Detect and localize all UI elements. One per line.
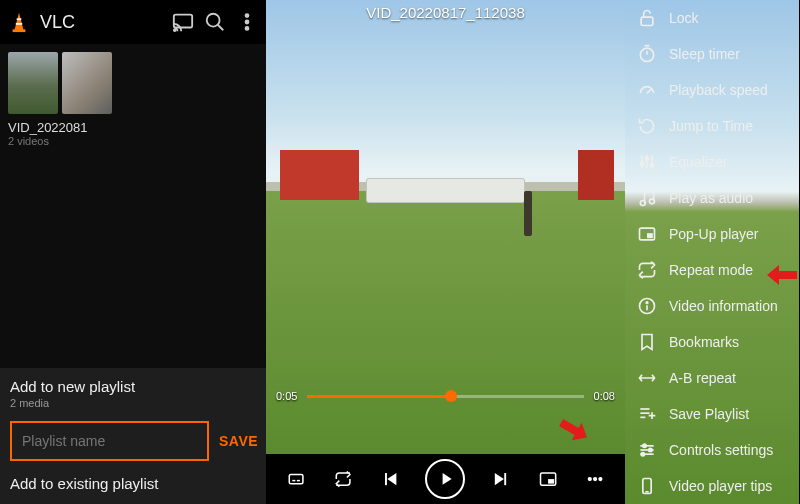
svg-point-10	[246, 27, 249, 30]
menu-item-playback-speed[interactable]: Playback speed	[625, 72, 799, 108]
video-frame-placeholder	[367, 179, 525, 202]
app-title: VLC	[40, 12, 75, 33]
menu-item-label: Video player tips	[669, 478, 772, 494]
time-total: 0:08	[594, 390, 615, 402]
svg-marker-15	[387, 473, 396, 485]
svg-point-5	[174, 29, 176, 31]
more-vert-icon[interactable]	[236, 11, 258, 33]
equalizer-icon	[637, 152, 657, 172]
menu-item-label: Sleep timer	[669, 46, 740, 62]
video-player-panel: VID_20220817_112038 0:05 0:08	[266, 0, 625, 504]
svg-rect-2	[16, 23, 22, 25]
lock-icon	[637, 8, 657, 28]
svg-line-29	[647, 89, 651, 93]
picture-in-picture-icon[interactable]	[535, 466, 561, 492]
video-frame-placeholder	[266, 0, 625, 454]
svg-point-37	[650, 199, 655, 204]
time-current: 0:05	[276, 390, 297, 402]
cast-icon[interactable]	[172, 11, 194, 33]
svg-point-42	[646, 302, 648, 304]
menu-item-bookmarks[interactable]: Bookmarks	[625, 324, 799, 360]
menu-item-label: Lock	[669, 10, 699, 26]
svg-line-7	[218, 25, 224, 31]
svg-point-9	[246, 21, 249, 24]
subtitles-icon[interactable]	[283, 466, 309, 492]
svg-marker-0	[14, 13, 23, 30]
menu-item-popup-player[interactable]: Pop-Up player	[625, 216, 799, 252]
seek-bar[interactable]	[307, 395, 583, 398]
menu-item-label: Play as audio	[669, 190, 753, 206]
sheet-new-title: Add to new playlist	[10, 378, 256, 395]
svg-rect-4	[174, 15, 192, 28]
menu-item-label: Jump to Time	[669, 118, 753, 134]
svg-point-8	[246, 14, 249, 17]
library-panel: VLC VID_2022081 2 videos Add to new play…	[0, 0, 266, 504]
svg-point-22	[588, 478, 591, 481]
menu-item-label: Save Playlist	[669, 406, 749, 422]
svg-rect-39	[647, 233, 653, 238]
video-group-subtitle: 2 videos	[8, 135, 258, 147]
menu-item-label: Playback speed	[669, 82, 768, 98]
sheet-new-subtitle: 2 media	[10, 397, 256, 409]
svg-rect-1	[17, 18, 22, 20]
music-note-icon	[637, 188, 657, 208]
svg-rect-16	[385, 473, 387, 485]
video-frame-placeholder	[280, 150, 359, 200]
play-button[interactable]	[425, 459, 465, 499]
vlc-cone-icon	[8, 11, 30, 33]
svg-point-24	[599, 478, 602, 481]
svg-rect-12	[289, 474, 303, 483]
menu-item-jump-to-time[interactable]: Jump to Time	[625, 108, 799, 144]
svg-point-49	[643, 444, 646, 447]
svg-rect-25	[641, 17, 653, 25]
svg-rect-3	[13, 29, 26, 32]
ab-repeat-icon	[637, 368, 657, 388]
library-toolbar: VLC	[0, 0, 266, 44]
menu-item-label: Repeat mode	[669, 262, 753, 278]
annotation-arrow-icon	[767, 263, 797, 287]
skip-next-icon[interactable]	[487, 466, 513, 492]
menu-item-label: Bookmarks	[669, 334, 739, 350]
svg-rect-21	[548, 479, 554, 484]
menu-item-video-information[interactable]: Video information	[625, 288, 799, 324]
save-playlist-icon	[637, 404, 657, 424]
menu-item-controls-settings[interactable]: Controls settings	[625, 432, 799, 468]
tips-icon	[637, 476, 657, 496]
jump-icon	[637, 116, 657, 136]
menu-item-ab-repeat[interactable]: A-B repeat	[625, 360, 799, 396]
svg-point-50	[649, 448, 652, 451]
svg-point-51	[641, 453, 644, 456]
menu-item-lock[interactable]: Lock	[625, 0, 799, 36]
seek-knob[interactable]	[445, 390, 457, 402]
svg-point-33	[640, 162, 643, 165]
menu-item-play-as-audio[interactable]: Play as audio	[625, 180, 799, 216]
skip-previous-icon[interactable]	[378, 466, 404, 492]
menu-item-label: Video information	[669, 298, 778, 314]
svg-point-35	[650, 164, 653, 167]
bookmark-icon	[637, 332, 657, 352]
repeat-icon[interactable]	[330, 466, 356, 492]
more-horiz-icon[interactable]	[582, 466, 608, 492]
save-button[interactable]: SAVE	[219, 433, 258, 449]
menu-item-label: Pop-Up player	[669, 226, 759, 242]
svg-rect-19	[504, 473, 506, 485]
menu-item-label: A-B repeat	[669, 370, 736, 386]
video-group-item[interactable]: VID_2022081 2 videos	[8, 52, 258, 147]
menu-item-equalizer[interactable]: Equalizer	[625, 144, 799, 180]
video-group-title: VID_2022081	[8, 120, 258, 135]
playlist-bottom-sheet: Add to new playlist 2 media SAVE Add to …	[0, 368, 266, 504]
menu-item-save-playlist[interactable]: Save Playlist	[625, 396, 799, 432]
video-thumbnail	[62, 52, 112, 114]
video-surface[interactable]: VID_20220817_112038 0:05 0:08	[266, 0, 625, 454]
speedometer-icon	[637, 80, 657, 100]
menu-item-sleep-timer[interactable]: Sleep timer	[625, 36, 799, 72]
menu-item-label: Equalizer	[669, 154, 727, 170]
menu-item-label: Controls settings	[669, 442, 773, 458]
popup-icon	[637, 224, 657, 244]
menu-item-video-player-tips[interactable]: Video player tips	[625, 468, 799, 504]
video-frame-placeholder	[524, 191, 531, 236]
playlist-name-input[interactable]	[10, 421, 209, 461]
search-icon[interactable]	[204, 11, 226, 33]
svg-point-26	[640, 48, 653, 61]
sliders-icon	[637, 440, 657, 460]
